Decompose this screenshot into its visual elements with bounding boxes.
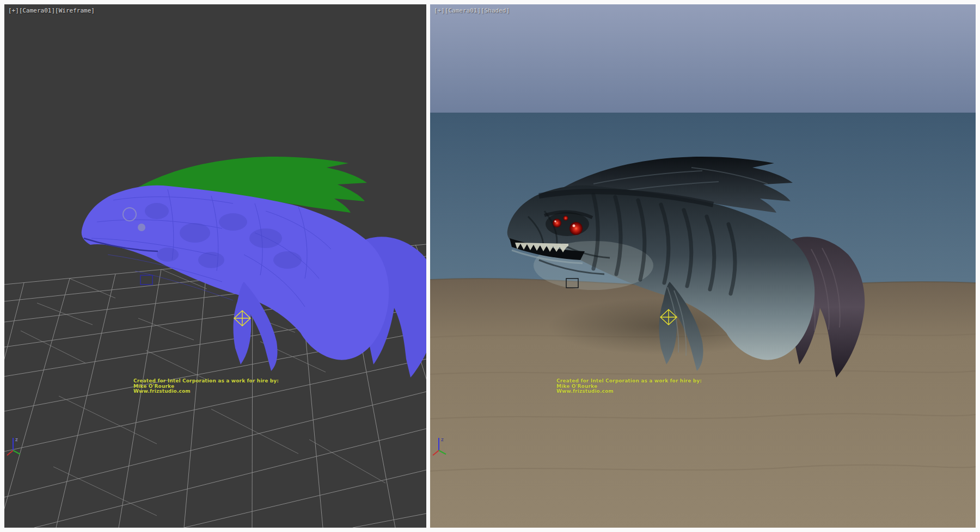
bone-helper-box[interactable] xyxy=(140,275,152,284)
axis-z-label: z xyxy=(441,437,444,442)
viewport-shaded[interactable]: [+][Camera01][Shaded] xyxy=(430,4,976,528)
fish-model-wireframe[interactable] xyxy=(82,157,426,378)
viewport-general-menu[interactable]: [+] xyxy=(434,7,445,14)
viewport-pov-menu[interactable]: [Camera01] xyxy=(445,7,481,14)
viewport-shading-menu[interactable]: [Wireframe] xyxy=(55,7,95,14)
viewport-shading-menu[interactable]: [Shaded] xyxy=(481,7,510,14)
eye-small xyxy=(564,216,568,221)
eye-socket-shadow xyxy=(546,212,589,236)
viewport-label: [+][Camera01][Shaded] xyxy=(434,7,510,14)
viewport-wireframe[interactable]: [+][Camera01][Wireframe] xyxy=(4,4,426,528)
credit-line-3: Www.frizstudio.com xyxy=(133,389,279,394)
eye-highlight-2 xyxy=(554,220,556,222)
sky xyxy=(430,4,976,113)
wireframe-scene: z xyxy=(4,4,426,528)
eye-large xyxy=(569,222,583,235)
world-axis-icon: z xyxy=(7,437,20,455)
credit-line-3: Www.frizstudio.com xyxy=(556,389,702,394)
viewport-label: [+][Camera01][Wireframe] xyxy=(8,7,95,14)
viewport-general-menu[interactable]: [+] xyxy=(8,7,19,14)
eye-medium xyxy=(553,219,561,227)
viewport-pov-menu[interactable]: [Camera01] xyxy=(19,7,55,14)
viewport-splitter[interactable] xyxy=(426,4,430,528)
credit-text: Created for Intel Corporation as a work … xyxy=(556,379,702,394)
eye-dot xyxy=(138,224,145,231)
axis-z-label: z xyxy=(15,437,18,442)
credit-text: Created for Intel Corporation as a work … xyxy=(133,379,279,394)
shaded-scene: z xyxy=(430,4,976,528)
application-window: [+][Camera01][Wireframe] xyxy=(0,0,980,532)
eye-highlight-1 xyxy=(573,225,575,227)
